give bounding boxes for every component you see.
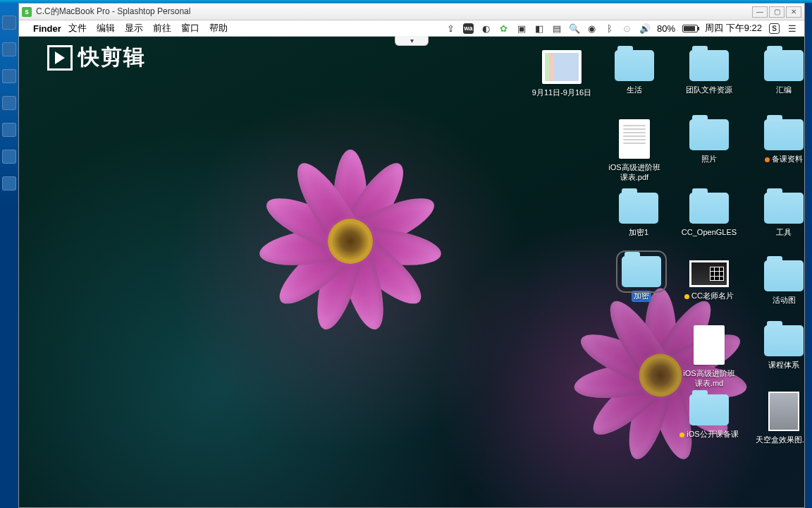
splashtop-window: s C.C的MacBook Pro - Splashtop Personal —…	[18, 3, 805, 508]
desktop-item-prep[interactable]: 备课资料	[752, 119, 804, 165]
folder-icon	[689, 119, 729, 150]
host-strip-icon	[2, 123, 16, 137]
img-icon	[689, 260, 729, 287]
host-strip-icon	[2, 42, 16, 56]
host-strip-icon	[2, 150, 16, 164]
folder-icon	[622, 256, 661, 287]
desktop-item-photo[interactable]: 照片	[677, 119, 741, 165]
desktop-item-label: iOS高级进阶班课表.md	[677, 368, 741, 389]
desktop-item-md1[interactable]: iOS高级进阶班课表.md	[677, 325, 741, 389]
desktop-item-ccogl[interactable]: CC_OpenGLES	[677, 193, 741, 238]
desktop-item-pubprep[interactable]: iOS公开课备课	[677, 394, 741, 440]
desktop-item-label: iOS公开课备课	[677, 429, 740, 440]
folder-icon	[764, 50, 804, 81]
desktop-item-team[interactable]: 团队文件资源	[677, 50, 741, 96]
desktop-item-label: 加密1	[627, 227, 651, 238]
desktop-item-label: 活动图	[770, 295, 798, 306]
desktop-icons-layer: 9月11日-9月16日生活团队文件资源汇编iOS高级进阶班课表.pdf照片备课资…	[19, 20, 804, 507]
desktop-item-label: 加密	[632, 291, 651, 302]
desktop-item-card[interactable]: CC老师名片	[677, 260, 741, 302]
desktop-item-label: 照片	[699, 154, 719, 165]
desktop-item-label: 工具	[774, 227, 794, 238]
file-icon	[542, 50, 582, 84]
desktop-item-label: CC老师名片	[682, 291, 736, 302]
close-button[interactable]: ✕	[786, 6, 801, 18]
folder-icon	[689, 50, 729, 81]
folder-icon	[764, 325, 804, 356]
maximize-button[interactable]: ▢	[769, 6, 785, 18]
folder-icon	[619, 193, 658, 224]
desktop-item-sky[interactable]: 天空盒效果图.gif	[752, 392, 804, 446]
window-title: C.C的MacBook Pro - Splashtop Personal	[36, 6, 190, 18]
tag-dot-icon	[679, 433, 684, 437]
desktop-item-label: 备课资料	[763, 154, 804, 165]
file-icon	[694, 325, 725, 365]
host-strip-icon	[2, 69, 16, 83]
tag-dot-icon	[684, 294, 689, 299]
folder-icon	[689, 394, 729, 425]
desktop-item-label: 团队文件资源	[684, 85, 734, 96]
folder-icon	[615, 50, 654, 81]
host-strip-icon	[2, 16, 16, 30]
folder-icon	[764, 119, 804, 150]
titlebar[interactable]: s C.C的MacBook Pro - Splashtop Personal —…	[19, 4, 804, 20]
tag-dot-icon	[765, 157, 770, 162]
splashtop-icon: s	[22, 7, 32, 17]
folder-icon	[689, 193, 729, 224]
desktop-item-enc[interactable]: 加密	[610, 256, 673, 302]
desktop-item-label: 汇编	[774, 85, 794, 96]
desktop-item-doc1[interactable]: 9月11日-9月16日	[527, 50, 597, 99]
host-strip-icon	[2, 176, 16, 190]
desktop-item-tools[interactable]: 工具	[752, 193, 804, 238]
folder-icon	[764, 260, 804, 291]
desktop-item-life[interactable]: 生活	[603, 50, 666, 96]
folder-icon	[764, 193, 804, 224]
minimize-button[interactable]: —	[752, 6, 768, 18]
file-icon	[619, 119, 650, 159]
desktop-item-label: 课程体系	[766, 360, 801, 371]
gif-icon	[768, 392, 799, 431]
desktop-item-course[interactable]: 课程体系	[752, 325, 804, 371]
desktop-item-label: 生活	[625, 85, 644, 96]
desktop-item-label: 天空盒效果图.gif	[753, 435, 804, 446]
host-strip-icon	[2, 96, 16, 110]
remote-desktop[interactable]: Finder 文件 编辑 显示 前往 窗口 帮助 ⇪ wa ◐ ✿ ▣ ◧ ▤ …	[19, 20, 804, 507]
desktop-item-pdf1[interactable]: iOS高级进阶班课表.pdf	[603, 119, 666, 183]
desktop-item-enc1[interactable]: 加密1	[607, 193, 670, 238]
desktop-item-label: CC_OpenGLES	[679, 227, 739, 238]
desktop-item-label: 9月11日-9月16日	[530, 87, 593, 99]
desktop-item-compile[interactable]: 汇编	[752, 50, 804, 96]
host-taskbar-left	[0, 3, 18, 508]
desktop-item-label: iOS高级进阶班课表.pdf	[603, 162, 666, 183]
desktop-item-huodong[interactable]: 活动图	[752, 260, 804, 306]
